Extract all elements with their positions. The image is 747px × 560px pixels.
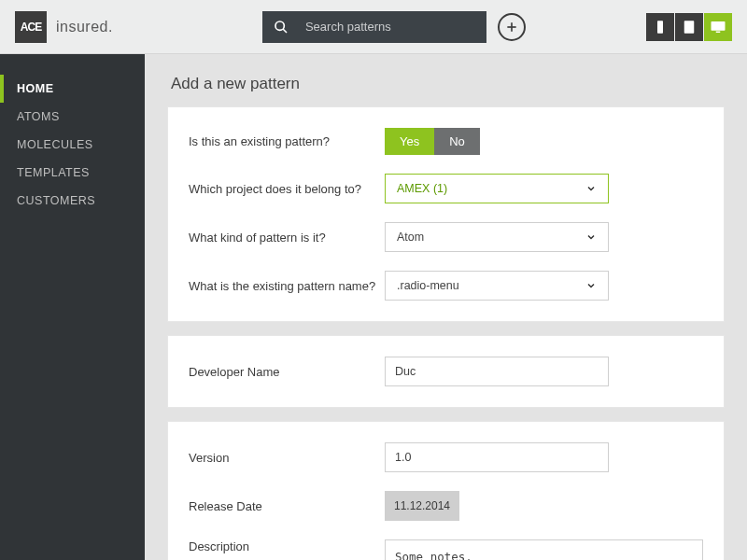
sidebar: HOME ATOMS MOLECULES TEMPLATES CUSTOMERS xyxy=(0,54,145,560)
svg-rect-5 xyxy=(684,21,695,34)
existing-no-button[interactable]: No xyxy=(434,128,480,155)
search-placeholder: Search patterns xyxy=(305,20,391,34)
page-title: Add a new pattern xyxy=(171,75,725,93)
pattern-name-select-value: .radio-menu xyxy=(397,279,459,292)
card-release: Version Release Date 11.12.2014 Descript… xyxy=(167,421,725,560)
project-select[interactable]: AMEX (1) xyxy=(385,174,609,203)
label-kind: What kind of pattern is it? xyxy=(189,231,385,245)
search-icon xyxy=(274,20,289,35)
label-release-date: Release Date xyxy=(189,499,385,513)
pattern-name-select[interactable]: .radio-menu xyxy=(385,271,609,301)
existing-yes-button[interactable]: Yes xyxy=(385,128,434,155)
svg-point-0 xyxy=(275,21,284,30)
mobile-icon xyxy=(652,19,669,35)
viewport-desktop-button[interactable] xyxy=(704,13,732,41)
existing-toggle: Yes No xyxy=(385,128,480,155)
svg-rect-4 xyxy=(657,21,663,34)
release-date-chip[interactable]: 11.12.2014 xyxy=(385,491,459,521)
plus-icon xyxy=(504,20,519,35)
kind-select-value: Atom xyxy=(397,231,424,244)
label-description: Description xyxy=(189,539,385,553)
desktop-icon xyxy=(710,19,726,35)
kind-select[interactable]: Atom xyxy=(385,222,609,252)
card-developer: Developer Name xyxy=(167,335,725,408)
sidebar-item-molecules[interactable]: MOLECULES xyxy=(0,131,145,159)
top-bar: ACE insured. Search patterns xyxy=(0,0,747,54)
svg-rect-7 xyxy=(716,31,721,33)
project-select-value: AMEX (1) xyxy=(397,182,447,195)
content: Add a new pattern Is this an existing pa… xyxy=(145,54,747,560)
brand: ACE insured. xyxy=(15,11,113,43)
sidebar-item-templates[interactable]: TEMPLATES xyxy=(0,159,145,187)
version-input[interactable] xyxy=(385,442,609,472)
chevron-down-icon xyxy=(585,231,597,243)
brand-logo: ACE xyxy=(15,11,47,43)
label-developer: Developer Name xyxy=(189,365,385,379)
search-input[interactable]: Search patterns xyxy=(262,11,486,43)
sidebar-item-home[interactable]: HOME xyxy=(0,75,145,103)
add-button[interactable] xyxy=(498,13,526,41)
brand-name: insured. xyxy=(56,19,113,35)
label-existing: Is this an existing pattern? xyxy=(189,134,385,148)
chevron-down-icon xyxy=(585,280,597,291)
description-textarea[interactable] xyxy=(385,539,703,560)
sidebar-item-customers[interactable]: CUSTOMERS xyxy=(0,187,145,215)
search-wrap: Search patterns xyxy=(262,11,526,43)
developer-input[interactable] xyxy=(385,357,609,386)
svg-rect-6 xyxy=(712,21,726,31)
svg-line-1 xyxy=(283,29,287,33)
tablet-icon xyxy=(681,19,698,35)
label-pattern-name: What is the existing pattern name? xyxy=(189,279,385,293)
sidebar-item-atoms[interactable]: ATOMS xyxy=(0,103,145,131)
card-pattern-selection: Is this an existing pattern? Yes No Whic… xyxy=(167,106,725,322)
label-version: Version xyxy=(189,451,385,465)
label-project: Which project does it belong to? xyxy=(189,182,385,196)
chevron-down-icon xyxy=(585,183,597,194)
viewport-mobile-button[interactable] xyxy=(646,13,674,41)
viewport-tablet-button[interactable] xyxy=(675,13,703,41)
viewport-toggle xyxy=(646,13,732,41)
